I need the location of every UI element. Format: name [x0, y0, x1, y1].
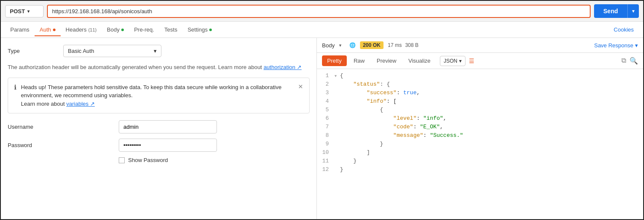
show-password-checkbox[interactable] [119, 157, 125, 163]
cookies-button[interactable]: Cookies [609, 23, 639, 36]
send-btn-wrapper: Send ▾ [594, 4, 639, 18]
globe-icon: 🌐 [349, 42, 356, 48]
send-dropdown-button[interactable]: ▾ [627, 4, 639, 18]
status-badge: 200 OK [360, 41, 383, 49]
left-panel: Type Basic Auth ▾ The authorization head… [1, 38, 317, 220]
alert-close-button[interactable]: ✕ [298, 83, 303, 90]
password-label: Password [8, 142, 119, 148]
response-time: 17 ms [388, 42, 402, 48]
format-chevron-icon: ▾ [459, 58, 462, 64]
response-meta: 17 ms 308 B [388, 42, 419, 48]
res-tab-visualize[interactable]: Visualize [403, 55, 436, 66]
auth-dot [53, 29, 56, 31]
save-response-chevron-icon: ▾ [635, 42, 638, 49]
auth-description: The authorization header will be automat… [8, 63, 310, 72]
res-tab-raw[interactable]: Raw [348, 55, 370, 66]
code-line-10: 10 ] [317, 149, 643, 158]
type-value: Basic Auth [68, 48, 94, 54]
code-line-6: 6 "level": "info", [317, 115, 643, 124]
tab-settings[interactable]: Settings [182, 23, 217, 36]
filter-icon[interactable]: ☰ [469, 58, 474, 64]
settings-dot [209, 29, 212, 31]
url-input[interactable]: https://192.168.168.168/api/sonicos/auth [47, 5, 591, 18]
toolbar-icons: ⧉ 🔍 [621, 57, 638, 65]
tab-headers[interactable]: Headers (11) [61, 23, 102, 36]
request-tabs: Params Auth Headers (11) Body Pre-req. T… [1, 22, 643, 38]
type-select[interactable]: Basic Auth ▾ [63, 45, 161, 57]
type-row: Type Basic Auth ▾ [8, 45, 310, 57]
variables-link[interactable]: variables ↗ [66, 101, 95, 107]
tab-auth[interactable]: Auth [35, 23, 61, 36]
response-code-area: 1 ▾ { 2 "status": { 3 "success": true, 4 [317, 69, 643, 220]
copy-icon[interactable]: ⧉ [621, 57, 626, 65]
type-label: Type [8, 48, 63, 54]
code-line-5: 5 { [317, 107, 643, 115]
authorization-link[interactable]: authorization ↗ [263, 64, 302, 70]
search-icon[interactable]: 🔍 [629, 57, 638, 65]
sensitive-data-alert: ℹ Heads up! These parameters hold sensit… [8, 78, 310, 114]
password-input[interactable] [119, 139, 217, 152]
tab-body[interactable]: Body [102, 23, 129, 36]
code-line-12: 12 } [317, 166, 643, 175]
body-chevron-icon: ▾ [339, 43, 342, 48]
tab-prereq[interactable]: Pre-req. [129, 23, 159, 36]
body-dot [121, 29, 124, 31]
send-button[interactable]: Send [594, 4, 627, 18]
info-icon: ℹ [14, 84, 17, 91]
right-panel: Body ▾ 🌐 200 OK 17 ms 308 B Save Respons… [317, 38, 643, 220]
code-line-1: 1 ▾ { [317, 72, 643, 81]
method-chevron-icon: ▾ [27, 9, 29, 14]
username-label: Username [8, 124, 119, 130]
response-toolbar: Pretty Raw Preview Visualize JSON ▾ ☰ ⧉ … [317, 53, 643, 69]
code-line-8: 8 "message": "Success." [317, 132, 643, 141]
show-password-row: Show Password [119, 157, 310, 163]
code-line-2: 2 "status": { [317, 81, 643, 90]
method-select[interactable]: POST ▾ [5, 5, 44, 17]
show-password-label: Show Password [128, 157, 168, 163]
response-body-label: Body [322, 42, 335, 49]
password-row: Password [8, 139, 310, 152]
code-line-7: 7 "code": "E_OK", [317, 124, 643, 132]
alert-text: Heads up! These parameters hold sensitiv… [21, 83, 294, 108]
res-tab-pretty[interactable]: Pretty [322, 55, 347, 66]
top-bar: POST ▾ https://192.168.168.168/api/sonic… [1, 1, 643, 22]
save-response-button[interactable]: Save Response ▾ [594, 42, 638, 49]
res-tab-preview[interactable]: Preview [372, 55, 401, 66]
main-content: Type Basic Auth ▾ The authorization head… [1, 38, 643, 220]
code-line-3: 3 "success": true, [317, 90, 643, 98]
response-header: Body ▾ 🌐 200 OK 17 ms 308 B Save Respons… [317, 38, 643, 53]
tab-params[interactable]: Params [5, 23, 35, 36]
tab-tests[interactable]: Tests [159, 23, 182, 36]
method-label: POST [10, 8, 25, 14]
type-chevron-icon: ▾ [154, 48, 157, 54]
code-line-9: 9 } [317, 141, 643, 149]
username-row: Username [8, 120, 310, 133]
code-line-4: 4 "info": [ [317, 98, 643, 107]
response-size: 308 B [405, 42, 419, 48]
code-line-11: 11 } [317, 158, 643, 166]
format-select[interactable]: JSON ▾ [440, 56, 465, 66]
username-input[interactable] [119, 120, 217, 133]
